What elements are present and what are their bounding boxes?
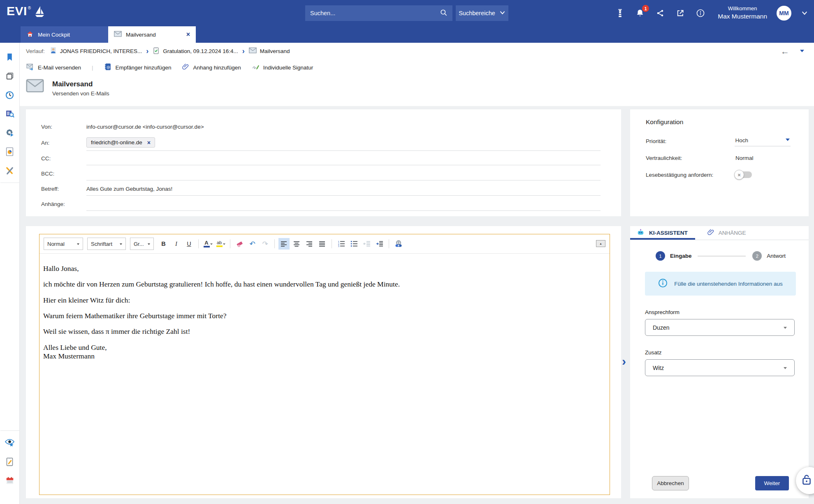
tab-ki-assistent[interactable]: KI-ASSISTENT <box>630 226 695 240</box>
calendar-icon[interactable] <box>4 471 16 490</box>
add-attachment-button[interactable]: Anhang hinzufügen <box>182 63 241 72</box>
send-email-button[interactable]: E-Mail versenden <box>26 63 81 72</box>
open-external-icon[interactable] <box>675 8 686 18</box>
italic-button[interactable]: I <box>171 238 182 250</box>
konfiguration-title: Konfiguration <box>646 118 791 126</box>
align-left-button[interactable] <box>278 238 290 250</box>
stepper-connector <box>698 256 746 257</box>
page-title: Mailversand <box>52 80 109 88</box>
mailversand-page-icon <box>26 79 44 94</box>
expand-panel-chevron-icon[interactable]: › <box>622 355 626 368</box>
left-icon-sidebar <box>0 43 20 504</box>
notes-clipboard-icon[interactable] <box>4 452 16 471</box>
ordered-list-button[interactable]: 123 <box>336 238 347 250</box>
align-justify-button[interactable] <box>317 238 328 250</box>
assistant-stepper: 1 Eingabe 2 Antwort <box>656 251 791 261</box>
prioritaet-row: Priorität: Hoch <box>646 136 791 146</box>
bookmark-icon[interactable] <box>4 48 16 67</box>
highlight-color-icon: ab <box>216 240 223 247</box>
align-right-button[interactable] <box>304 238 315 250</box>
indent-button[interactable] <box>374 238 385 250</box>
breadcrumb-item-activity[interactable]: Gratulation, 09.12.2024 16:4... <box>153 47 238 55</box>
search-scope-dropdown[interactable]: Suchbereiche <box>456 5 508 21</box>
sidebar-divider <box>0 183 19 183</box>
betreff-field[interactable]: Alles Gute zum Geburtstag, Jonas! <box>86 182 601 196</box>
tab-mailversand[interactable]: Mailversand × <box>108 26 196 43</box>
stacked-windows-icon[interactable] <box>4 67 16 86</box>
remove-recipient-icon[interactable]: × <box>147 140 151 146</box>
highlight-color-button[interactable]: ab <box>215 238 226 250</box>
breadcrumb-item-contact[interactable]: JONAS FRIEDRICH, INTERES... <box>50 47 142 55</box>
avatar[interactable]: MM <box>777 6 791 21</box>
bullet-list-button[interactable] <box>348 238 359 250</box>
prioritaet-select[interactable]: Hoch <box>735 136 791 146</box>
ansprechform-select[interactable]: Duzen <box>645 319 795 336</box>
search-input[interactable] <box>310 10 436 16</box>
process-gear-icon[interactable] <box>4 123 16 142</box>
rich-text-editor: Normal Schriftart Gr... B I U <box>39 234 610 495</box>
tab-mein-cockpit[interactable]: Mein Cockpit <box>21 26 108 43</box>
an-field[interactable]: friedrich@t-online.de × <box>86 134 601 151</box>
align-center-icon <box>293 240 300 247</box>
font-family-select[interactable]: Schriftart <box>87 238 126 250</box>
main-area: Verlauf: JONAS FRIEDRICH, INTERES... › G… <box>20 43 814 504</box>
task-check-icon <box>153 47 160 55</box>
von-label: Von: <box>41 124 86 130</box>
notifications-bell-icon[interactable]: 1 <box>635 8 645 18</box>
cc-field[interactable] <box>86 152 601 165</box>
breadcrumb-separator-icon: › <box>146 47 148 55</box>
history-clock-icon[interactable] <box>4 86 16 104</box>
collapse-toolbar-button[interactable]: ▲ <box>596 240 605 247</box>
data-search-icon[interactable] <box>4 104 16 123</box>
mail-body-text[interactable]: Hallo Jonas, ich möchte dir von Herzen z… <box>39 254 610 495</box>
add-recipient-button[interactable]: @ Empfänger hinzufügen <box>104 63 172 72</box>
betreff-label: Betreff: <box>41 186 86 192</box>
lighthouse-icon[interactable] <box>615 8 625 18</box>
anhaenge-field[interactable] <box>86 197 601 211</box>
undo-button[interactable]: ↶ <box>247 238 258 250</box>
recipient-chip-label: friedrich@t-online.de <box>91 139 142 146</box>
cc-label: CC: <box>41 155 86 162</box>
tab-label: ANHÄNGE <box>719 230 746 236</box>
next-button[interactable]: Weiter <box>755 476 789 490</box>
outdent-button[interactable] <box>361 238 372 250</box>
chevron-down-icon <box>786 139 790 143</box>
lesebestaetigung-toggle[interactable]: × <box>736 171 752 178</box>
tab-anhaenge[interactable]: ANHÄNGE <box>701 226 754 240</box>
font-size-select[interactable]: Gr... <box>130 238 154 250</box>
recipient-chip[interactable]: friedrich@t-online.de × <box>86 137 155 148</box>
ansprechform-label: Ansprechform <box>645 309 795 315</box>
remove-format-button[interactable] <box>234 238 245 250</box>
user-menu-chevron-icon[interactable] <box>801 8 808 18</box>
paragraph-style-select[interactable]: Normal <box>44 238 83 250</box>
toolbar-divider: | <box>92 65 93 71</box>
bcc-field[interactable] <box>86 167 601 180</box>
bcc-label: BCC: <box>41 171 86 177</box>
cancel-button[interactable]: Abbrechen <box>652 476 689 490</box>
tab-label: Mein Cockpit <box>38 32 70 38</box>
more-options-icon[interactable] <box>695 8 706 18</box>
history-back-icon[interactable]: ← <box>781 47 789 55</box>
history-dropdown-icon[interactable] <box>800 50 804 54</box>
align-justify-icon <box>319 240 326 247</box>
breadcrumb-item-mailversand[interactable]: Mailversand <box>249 47 290 55</box>
align-center-button[interactable] <box>291 238 302 250</box>
search-icon[interactable] <box>440 9 448 18</box>
share-icon[interactable] <box>655 8 666 18</box>
font-color-button[interactable]: A <box>202 238 213 250</box>
redo-button[interactable]: ↷ <box>260 238 271 250</box>
bold-button[interactable]: B <box>158 238 169 250</box>
insert-link-button[interactable] <box>393 238 404 250</box>
align-right-icon <box>306 240 313 247</box>
chevron-down-icon <box>223 243 225 246</box>
individual-signature-button[interactable]: Individuelle Signatur <box>252 63 313 72</box>
underline-button[interactable]: U <box>183 238 195 250</box>
zusatz-select[interactable]: Witz <box>645 359 795 376</box>
watchlist-eye-icon[interactable] <box>4 433 16 452</box>
format-toolbar: Normal Schriftart Gr... B I U <box>39 234 610 254</box>
vertraulichkeit-label: Vertraulichkeit: <box>646 155 735 161</box>
close-tab-icon[interactable]: × <box>186 31 190 38</box>
report-document-icon[interactable] <box>4 142 16 161</box>
welcome-block: Willkommen Max Mustermann <box>718 5 767 21</box>
tools-icon[interactable] <box>4 161 16 180</box>
